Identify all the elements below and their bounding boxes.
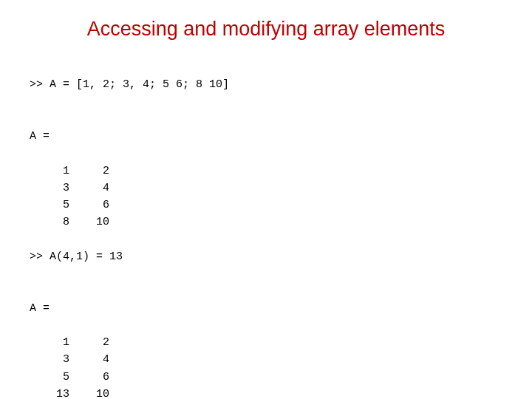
code-input-2: >> A(4,1) = 13 xyxy=(30,250,123,263)
matrix-a: 1 2 3 4 5 6 8 10 xyxy=(30,163,109,231)
slide-title: Accessing and modifying array elements xyxy=(0,18,532,41)
slide: Accessing and modifying array elements >… xyxy=(0,0,532,399)
code-input-1: >> A = [1, 2; 3, 4; 5 6; 8 10] xyxy=(30,78,229,91)
code-block: >> A = [1, 2; 3, 4; 5 6; 8 10] A = 1 2 3… xyxy=(30,59,229,399)
result-label-1: A = xyxy=(30,130,50,143)
matrix-b: 1 2 3 4 5 6 13 10 xyxy=(30,334,109,399)
result-label-2: A = xyxy=(30,302,50,315)
